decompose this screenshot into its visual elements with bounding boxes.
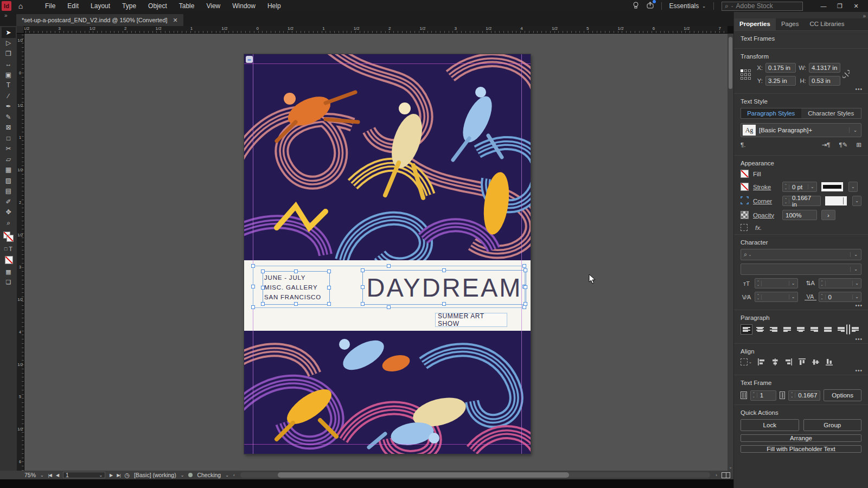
- justify-all[interactable]: [822, 324, 834, 335]
- reference-point-grid[interactable]: [741, 69, 751, 80]
- fx-effects-button[interactable]: fx.: [755, 224, 762, 231]
- chevron-down-icon[interactable]: ⌄: [789, 281, 797, 286]
- eyedropper-tool[interactable]: ✐: [2, 196, 16, 207]
- horizontal-scrollbar[interactable]: [240, 472, 711, 478]
- chevron-down-icon[interactable]: ⌄: [852, 281, 861, 286]
- share-icon[interactable]: [647, 2, 654, 10]
- font-style-dropdown[interactable]: ⌄: [741, 264, 861, 275]
- selection-handle[interactable]: [251, 305, 255, 309]
- minimize-button[interactable]: —: [816, 2, 831, 11]
- chevron-down-icon[interactable]: ⌄: [849, 127, 861, 133]
- menu-item[interactable]: Window: [227, 1, 261, 11]
- ruler-origin-corner[interactable]: [17, 26, 24, 34]
- selection-handle[interactable]: [442, 302, 446, 306]
- content-collector-tool[interactable]: ▣: [2, 69, 16, 80]
- gap-tool[interactable]: ↔: [2, 59, 16, 70]
- stroke-swatch-icon[interactable]: [741, 183, 749, 191]
- object-style-icon[interactable]: [741, 224, 748, 231]
- h-field[interactable]: 0.53 in: [809, 76, 840, 86]
- chevron-down-icon[interactable]: ⌄: [789, 294, 797, 299]
- tab-cc-libraries[interactable]: CC Libraries: [805, 18, 850, 30]
- gradient-tool[interactable]: ▦: [2, 165, 16, 176]
- menu-item[interactable]: Object: [143, 1, 173, 11]
- align-towards-spine[interactable]: [835, 324, 847, 335]
- gutter-field[interactable]: ⌃⌄ 0.1667: [788, 390, 820, 401]
- menu-item[interactable]: File: [40, 1, 61, 11]
- zoom-level[interactable]: 75%: [24, 472, 36, 478]
- align-center-horizontal-icon[interactable]: [771, 358, 779, 366]
- vertical-ruler[interactable]: 1/201/211/221/231/241/251/26: [17, 34, 24, 471]
- screen-mode-icon[interactable]: ❏: [6, 279, 11, 286]
- opacity-link[interactable]: Opacity: [753, 212, 778, 219]
- selection-handle[interactable]: [361, 268, 365, 272]
- w-field[interactable]: 4.1317 in: [809, 63, 840, 73]
- view-options-icon[interactable]: ▦: [5, 268, 11, 275]
- align-to-dropdown[interactable]: ⌄: [741, 358, 752, 365]
- chevron-down-icon[interactable]: ⌄: [852, 196, 861, 206]
- panel-overflow-icon[interactable]: »: [863, 13, 866, 19]
- formatting-text-icon[interactable]: T: [9, 246, 12, 252]
- dates-text-frame[interactable]: JUNE - JULY MISC. GALLERY SAN FRANCISCO: [263, 271, 330, 305]
- formatting-container-icon[interactable]: □: [4, 246, 7, 252]
- create-style-icon[interactable]: ⊞: [856, 141, 861, 149]
- align-away-from-spine[interactable]: [849, 324, 861, 335]
- align-left[interactable]: [741, 324, 752, 335]
- apply-color-swatch[interactable]: [3, 254, 14, 265]
- character-styles-tab[interactable]: Character Styles: [801, 108, 861, 118]
- direct-selection-tool[interactable]: ▷: [2, 38, 16, 49]
- restore-button[interactable]: ❐: [832, 2, 847, 11]
- first-page-button[interactable]: |◀: [48, 473, 52, 478]
- menu-item[interactable]: Table: [174, 1, 200, 11]
- pencil-tool[interactable]: ✎: [2, 112, 16, 123]
- corner-options-icon[interactable]: [741, 196, 749, 206]
- close-tab-icon[interactable]: ✕: [173, 17, 178, 24]
- prev-page-button[interactable]: ◀: [56, 473, 59, 478]
- stepper-icon[interactable]: ⌃⌄: [783, 184, 789, 190]
- menu-item[interactable]: View: [201, 1, 226, 11]
- selection-handle[interactable]: [524, 285, 527, 289]
- justify-last-left[interactable]: [781, 324, 793, 335]
- selection-handle[interactable]: [522, 264, 526, 268]
- menu-item[interactable]: Help: [262, 1, 286, 11]
- corner-radius-field[interactable]: ⌃⌄ 0.1667 in: [782, 196, 821, 206]
- stepper-icon[interactable]: ⌃⌄: [783, 198, 789, 204]
- stroke-swatch-none[interactable]: [7, 235, 14, 242]
- home-icon[interactable]: ⌂: [14, 2, 28, 10]
- document-page[interactable]: JUNE - JULY MISC. GALLERY SAN FRANCISCO …: [244, 54, 531, 454]
- selection-handle[interactable]: [294, 269, 298, 273]
- scrollbar-thumb[interactable]: [729, 37, 732, 89]
- learn-lightbulb-icon[interactable]: [633, 2, 639, 11]
- tab-properties[interactable]: Properties: [734, 18, 776, 30]
- paragraph-more-icon[interactable]: •••: [855, 336, 863, 342]
- text-frame-options-button[interactable]: Options: [824, 389, 861, 401]
- selection-handle[interactable]: [261, 302, 265, 306]
- preflight-icon[interactable]: ◷: [125, 472, 130, 479]
- paragraph-styles-tab[interactable]: Paragraph Styles: [741, 108, 801, 118]
- selection-handle[interactable]: [361, 302, 365, 306]
- postcard-artwork-bottom[interactable]: [244, 331, 531, 454]
- justify-last-right[interactable]: [808, 324, 820, 335]
- menu-item[interactable]: Type: [117, 1, 142, 11]
- selection-handle[interactable]: [294, 302, 298, 306]
- zoom-tool[interactable]: ⌕: [2, 217, 16, 228]
- stroke-weight-field[interactable]: ⌃⌄ 0 pt ⌄: [782, 182, 817, 192]
- stock-search-input[interactable]: ⌕ ⌄ Adobe Stock: [722, 2, 803, 11]
- scrollbar-thumb[interactable]: [278, 472, 569, 478]
- tab-pages[interactable]: Pages: [776, 18, 805, 30]
- spread-view-icon[interactable]: [722, 472, 730, 478]
- justify-last-center[interactable]: [795, 324, 807, 335]
- group-button[interactable]: Group: [803, 419, 862, 431]
- last-page-button[interactable]: ▶|: [117, 473, 120, 478]
- selection-handle[interactable]: [522, 305, 526, 309]
- align-more-icon[interactable]: •••: [855, 368, 863, 374]
- title-text-frame[interactable]: DAYDREAM: [362, 270, 526, 305]
- align-left-icon[interactable]: [757, 358, 765, 366]
- opacity-more-button[interactable]: ›: [821, 210, 835, 220]
- corner-style-swatch[interactable]: [825, 196, 847, 206]
- arrange-button[interactable]: Arrange: [741, 434, 861, 442]
- scroll-right-icon[interactable]: ›: [716, 473, 717, 478]
- align-center[interactable]: [754, 324, 766, 335]
- y-field[interactable]: 3.25 in: [765, 76, 796, 86]
- menu-item[interactable]: Edit: [62, 1, 84, 11]
- menu-item[interactable]: Layout: [85, 1, 116, 11]
